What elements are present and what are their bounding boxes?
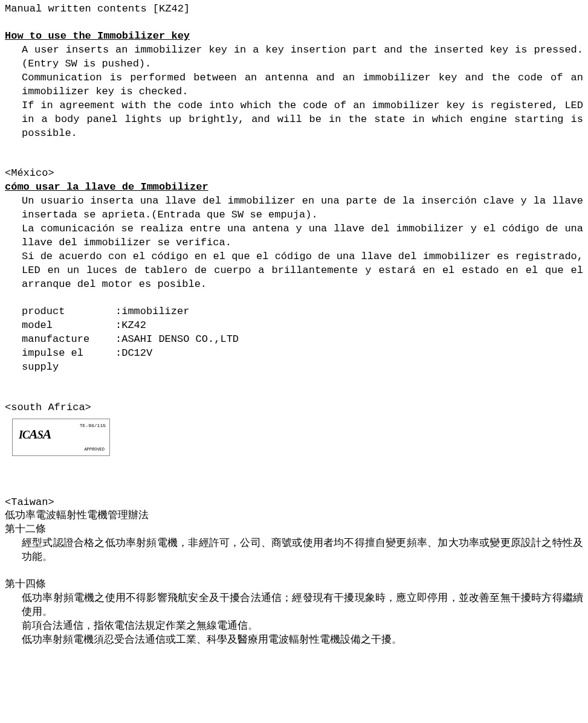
mexico-paragraph-2: La comunicación se realiza entre una ant… — [22, 222, 583, 250]
icasa-logo-icon: ICASA — [19, 425, 51, 443]
spec-impulse-label: impulse el supply — [22, 347, 115, 374]
taiwan-article-14-p2: 前項合法通信，指依電信法規定作業之無線電通信。 — [22, 620, 583, 634]
spec-product-label: product — [22, 305, 115, 319]
spec-table: product :immobilizer model :KZ42 manufac… — [5, 305, 583, 374]
english-heading: How to use the Immobilizer key — [5, 30, 583, 43]
mexico-label: <México> — [5, 167, 583, 181]
taiwan-article-14-title: 第十四條 — [5, 578, 583, 592]
mexico-heading: cómo usar la llave de Immobilizer — [5, 181, 583, 194]
taiwan-article-14-p1: 低功率射頻電機之使用不得影響飛航安全及干擾合法通信；經發現有干擾現象時，應立即停… — [22, 592, 583, 620]
taiwan-article-14-p3: 低功率射頻電機須忍受合法通信或工業、科學及醫療用電波輻射性電機設備之干擾。 — [22, 634, 583, 647]
taiwan-article-12-title: 第十二條 — [5, 523, 583, 537]
spec-manufacture-value: :ASAHI DENSO CO.,LTD — [115, 333, 239, 347]
mexico-paragraph-3: Si de acuerdo con el código en el que el… — [22, 250, 583, 292]
taiwan-label: <Taiwan> — [5, 496, 583, 510]
spec-impulse-value: :DC12V — [115, 347, 152, 374]
spec-manufacture-label: manufacture — [22, 333, 115, 347]
spec-model-value: :KZ42 — [115, 319, 146, 333]
english-paragraph-3: If in agreement with the code into which… — [22, 99, 583, 141]
taiwan-article-12-body: 經型式認證合格之低功率射頻電機，非經許可，公司、商號或使用者均不得擅自變更頻率、… — [22, 537, 583, 565]
icasa-approval-box: ICASA TE-98/115 APPROVED — [12, 419, 110, 456]
icasa-reference: TE-98/115 — [80, 423, 106, 429]
spec-product-value: :immobilizer — [115, 305, 189, 319]
south-africa-label: <south Africa> — [5, 401, 583, 415]
document-title: Manual written contents [KZ42] — [5, 2, 583, 16]
english-paragraph-1: A user inserts an immobilizer key in a k… — [22, 43, 583, 71]
mexico-paragraph-1: Un usuario inserta una llave del immobil… — [22, 194, 583, 222]
taiwan-regulation-title: 低功率電波輻射性電機管理辦法 — [5, 509, 583, 523]
spec-model-label: model — [22, 319, 115, 333]
icasa-approved-text: APPROVED — [84, 447, 105, 452]
english-paragraph-2: Communication is performed between an an… — [22, 71, 583, 99]
